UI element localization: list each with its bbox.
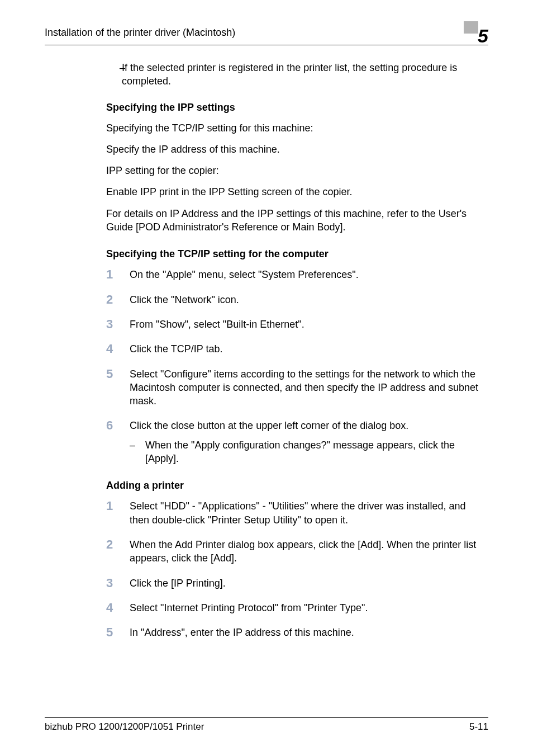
step-text: Click the "Network" icon. — [130, 293, 483, 306]
heading-ipp-settings: Specifying the IPP settings — [106, 102, 483, 114]
step-number: 1 — [106, 499, 130, 527]
step: 1 On the "Apple" menu, select "System Pr… — [106, 268, 483, 281]
step: 3 Click the [IP Printing]. — [106, 577, 483, 590]
step-text: In "Address", enter the IP address of th… — [130, 626, 483, 639]
bullet-dash: – — [106, 61, 122, 88]
step-number: 3 — [106, 318, 130, 331]
step: 6 Click the close button at the upper le… — [106, 419, 483, 465]
step-text: On the "Apple" menu, select "System Pref… — [130, 268, 483, 281]
step: 2 When the Add Printer dialog box appear… — [106, 538, 483, 565]
header-title: Installation of the printer driver (Maci… — [45, 21, 235, 39]
step-number: 4 — [106, 601, 130, 615]
chapter-number-box: 5 — [464, 21, 488, 44]
paragraph: For details on IP Address and the IPP se… — [106, 207, 483, 234]
step-number: 3 — [106, 577, 130, 590]
step-text: From "Show", select "Built-in Ethernet". — [130, 318, 483, 331]
page-footer: bizhub PRO 1200/1200P/1051 Printer 5-11 — [45, 717, 488, 733]
top-bullet: – If the selected printer is registered … — [106, 61, 483, 88]
step: 3 From "Show", select "Built-in Ethernet… — [106, 318, 483, 331]
step: 1 Select "HDD" - "Applications" - "Utili… — [106, 499, 483, 527]
chapter-grey-block — [464, 21, 478, 34]
step-number: 2 — [106, 538, 130, 565]
paragraph: Specifying the TCP/IP setting for this m… — [106, 121, 483, 135]
paragraph: IPP setting for the copier: — [106, 164, 483, 177]
step-text: Select "Internet Printing Protocol" from… — [130, 601, 483, 615]
paragraph: Specify the IP address of this machine. — [106, 143, 483, 156]
sub-bullet-text: When the "Apply configuration changes?" … — [145, 438, 483, 466]
step-text: Click the TCP/IP tab. — [130, 342, 483, 356]
step-number: 4 — [106, 342, 130, 356]
step-text: Select "HDD" - "Applications" - "Utiliti… — [130, 499, 483, 527]
chapter-number: 5 — [478, 25, 488, 47]
page-content: – If the selected printer is registered … — [45, 61, 488, 639]
bullet-text: If the selected printer is registered in… — [122, 61, 483, 88]
step-number: 6 — [106, 419, 130, 465]
sub-bullet-dash: – — [130, 438, 145, 466]
step-number: 1 — [106, 268, 130, 281]
step: 5 Select "Configure" items according to … — [106, 367, 483, 408]
step: 4 Select "Internet Printing Protocol" fr… — [106, 601, 483, 615]
heading-adding-printer: Adding a printer — [106, 480, 483, 492]
footer-left: bizhub PRO 1200/1200P/1051 Printer — [45, 721, 204, 733]
heading-tcpip-computer: Specifying the TCP/IP setting for the co… — [106, 248, 483, 260]
footer-right: 5-11 — [469, 721, 488, 733]
step-number: 2 — [106, 293, 130, 306]
sub-bullet: – When the "Apply configuration changes?… — [130, 438, 483, 466]
step-text: Click the [IP Printing]. — [130, 577, 483, 590]
step-text: Select "Configure" items according to th… — [130, 367, 483, 408]
step-text: Click the close button at the upper left… — [130, 419, 483, 465]
step-text-inner: Click the close button at the upper left… — [130, 420, 408, 431]
step: 5 In "Address", enter the IP address of … — [106, 626, 483, 639]
step-number: 5 — [106, 626, 130, 639]
step: 2 Click the "Network" icon. — [106, 293, 483, 306]
step-text: When the Add Printer dialog box appears,… — [130, 538, 483, 565]
page-header: Installation of the printer driver (Maci… — [45, 21, 488, 45]
step-number: 5 — [106, 367, 130, 408]
paragraph: Enable IPP print in the IPP Setting scre… — [106, 185, 483, 199]
step: 4 Click the TCP/IP tab. — [106, 342, 483, 356]
